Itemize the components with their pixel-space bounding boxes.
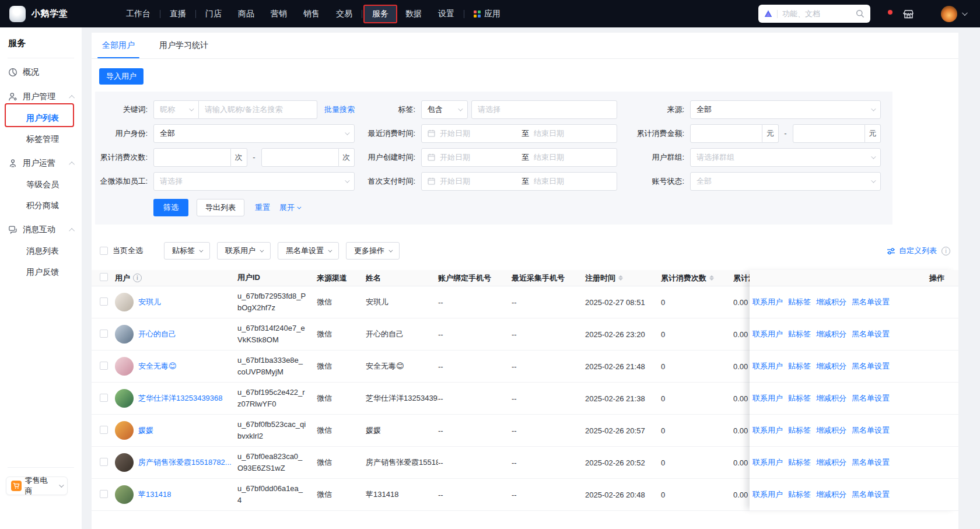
row-action-link[interactable]: 黑名单设置 (852, 329, 890, 339)
user-name-link[interactable]: 房产销售张爱霞15518782... (138, 457, 232, 468)
amount-min-input[interactable] (690, 124, 762, 143)
chevron-up-icon[interactable] (69, 161, 75, 167)
count-max-input[interactable] (261, 148, 339, 167)
row-action-link[interactable]: 联系用户 (752, 425, 783, 436)
nav-item-live[interactable]: 直播 (162, 5, 194, 23)
nav-item-apps[interactable]: 应用 (466, 5, 509, 23)
keyword-type-select[interactable]: 昵称 (153, 100, 199, 119)
user-name-link[interactable]: 芝华仕洋洋13253439368 (138, 393, 223, 404)
row-checkbox[interactable] (100, 490, 108, 498)
row-action-link[interactable]: 联系用户 (752, 361, 783, 372)
nav-item-workbench[interactable]: 工作台 (118, 5, 159, 23)
row-action-link[interactable]: 黑名单设置 (852, 425, 890, 436)
account-menu[interactable] (941, 6, 966, 22)
row-action-link[interactable]: 黑名单设置 (852, 393, 890, 404)
account-status-select[interactable]: 全部 (690, 172, 881, 191)
row-action-link[interactable]: 增减积分 (816, 393, 846, 404)
select-all-checkbox[interactable] (100, 247, 108, 255)
user-name-link[interactable]: 媛媛 (138, 425, 153, 436)
recent-pay-date-range[interactable]: 开始日期 至 结束日期 (421, 124, 617, 143)
nav-item-marketing[interactable]: 营销 (262, 5, 295, 23)
tag-operator-select[interactable]: 包含 (421, 100, 468, 119)
import-users-button[interactable]: 导入用户 (99, 68, 144, 85)
row-action-link[interactable]: 黑名单设置 (852, 361, 890, 372)
row-action-link[interactable]: 联系用户 (752, 457, 783, 468)
sort-icon[interactable] (618, 275, 623, 281)
brand[interactable]: 小鹅学堂 (9, 6, 68, 22)
source-select[interactable]: 全部 (690, 100, 881, 119)
identity-select[interactable]: 全部 (153, 124, 355, 143)
row-action-link[interactable]: 联系用户 (752, 489, 783, 500)
header-checkbox[interactable] (100, 273, 108, 281)
chevron-up-icon[interactable] (69, 227, 75, 233)
row-action-link[interactable]: 增减积分 (816, 361, 846, 372)
sidebar-item-user-feedback[interactable]: 用户反馈 (0, 261, 82, 282)
shop-icon[interactable] (903, 9, 914, 19)
row-checkbox[interactable] (100, 297, 108, 306)
user-name-link[interactable]: 苹131418 (138, 489, 171, 500)
global-search-input[interactable]: 功能、文档 (758, 5, 870, 23)
row-checkbox[interactable] (100, 362, 108, 370)
count-min-input[interactable] (153, 148, 231, 167)
chevron-up-icon[interactable] (69, 94, 75, 100)
filter-button[interactable]: 筛选 (153, 199, 188, 216)
tab-learning-stats[interactable]: 用户学习统计 (155, 33, 213, 58)
nav-item-store[interactable]: 门店 (197, 5, 230, 23)
expand-link[interactable]: 展开 (279, 202, 300, 213)
row-action-link[interactable]: 贴标签 (788, 457, 811, 468)
qiwei-staff-select[interactable]: 请选择 (153, 172, 355, 191)
amount-max-input[interactable] (793, 124, 865, 143)
sidebar-group-user-operation[interactable]: 用户运营 (0, 153, 82, 174)
info-icon[interactable]: i (133, 274, 142, 282)
row-action-link[interactable]: 黑名单设置 (852, 297, 890, 307)
nav-item-service-active[interactable]: 服务 (363, 5, 397, 23)
first-pay-date-range[interactable]: 开始日期 至 结束日期 (421, 172, 617, 191)
sidebar-item-user-list[interactable]: 用户列表 (0, 107, 82, 128)
row-action-link[interactable]: 贴标签 (788, 329, 811, 339)
user-name-link[interactable]: 安琪儿 (138, 297, 161, 307)
row-action-link[interactable]: 增减积分 (816, 329, 846, 339)
row-checkbox[interactable] (100, 458, 108, 466)
sidebar-item-points-mall[interactable]: 积分商城 (0, 195, 82, 216)
batch-search-link[interactable]: 批量搜索 (324, 104, 355, 115)
sidebar-group-user-management[interactable]: 用户管理 (0, 86, 82, 107)
info-icon[interactable]: i (942, 247, 950, 255)
select-all-control[interactable]: 当页全选 (100, 246, 143, 256)
blacklist-dropdown-button[interactable]: 黑名单设置 (278, 242, 339, 260)
row-action-link[interactable]: 黑名单设置 (852, 489, 890, 500)
tag-select[interactable]: 请选择 (471, 100, 617, 119)
row-action-link[interactable]: 增减积分 (816, 297, 846, 307)
row-checkbox[interactable] (100, 426, 108, 434)
sidebar-item-overview[interactable]: 概况 (0, 62, 82, 83)
more-actions-dropdown-button[interactable]: 更多操作 (346, 242, 400, 260)
nav-item-goods[interactable]: 商品 (230, 5, 262, 23)
nav-item-sales[interactable]: 销售 (295, 5, 328, 23)
user-name-link[interactable]: 开心的自己 (138, 329, 176, 339)
row-action-link[interactable]: 增减积分 (816, 425, 846, 436)
row-action-link[interactable]: 贴标签 (788, 297, 811, 307)
sidebar-item-tag-management[interactable]: 标签管理 (0, 128, 82, 149)
nav-item-data[interactable]: 数据 (397, 5, 430, 23)
customize-columns-link[interactable]: 自定义列表 (887, 246, 937, 256)
export-list-button[interactable]: 导出列表 (197, 199, 244, 216)
row-action-link[interactable]: 联系用户 (752, 297, 783, 307)
sidebar-item-message-list[interactable]: 消息列表 (0, 240, 82, 261)
search-icon[interactable] (856, 9, 864, 18)
row-action-link[interactable]: 贴标签 (788, 393, 811, 404)
contact-dropdown-button[interactable]: 联系用户 (217, 242, 271, 260)
sidebar-item-level-member[interactable]: 等级会员 (0, 174, 82, 195)
nav-item-trade[interactable]: 交易 (328, 5, 360, 23)
row-action-link[interactable]: 贴标签 (788, 425, 811, 436)
tab-all-users[interactable]: 全部用户 (97, 33, 139, 58)
row-action-link[interactable]: 联系用户 (752, 329, 783, 339)
row-action-link[interactable]: 贴标签 (788, 361, 811, 372)
row-action-link[interactable]: 增减积分 (816, 457, 846, 468)
row-action-link[interactable]: 增减积分 (816, 489, 846, 500)
row-checkbox[interactable] (100, 330, 108, 338)
tag-dropdown-button[interactable]: 贴标签 (164, 242, 210, 260)
sort-icon[interactable] (709, 275, 714, 281)
created-date-range[interactable]: 开始日期 至 结束日期 (421, 148, 617, 167)
reset-link[interactable]: 重置 (255, 202, 270, 213)
user-name-link[interactable]: 安全无毒😊 (138, 361, 177, 372)
row-action-link[interactable]: 贴标签 (788, 489, 811, 500)
